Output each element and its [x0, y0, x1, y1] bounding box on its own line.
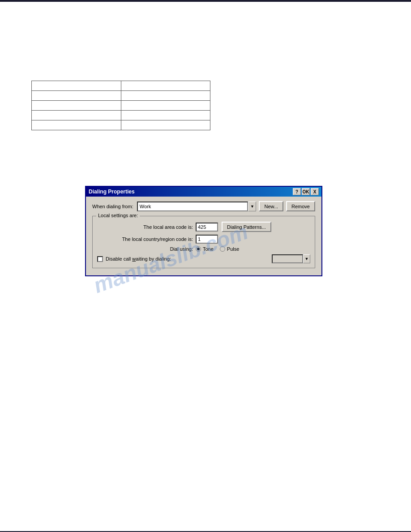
pulse-label: Pulse — [227, 246, 240, 252]
table-row — [32, 101, 210, 111]
table-row — [32, 120, 210, 130]
tone-radio[interactable] — [196, 246, 201, 252]
table-cell — [121, 120, 210, 130]
waiting-select-container: ▼ — [272, 254, 310, 263]
table-cell — [121, 91, 210, 101]
dialing-from-input[interactable]: Work — [137, 202, 248, 211]
waiting-dropdown-arrow[interactable]: ▼ — [303, 254, 310, 263]
dialing-from-row: When dialing from: Work ▼ New... Remove — [92, 201, 315, 211]
dialing-properties-dialog: Dialing Properties ? OK X When dialing f… — [85, 186, 322, 276]
new-button[interactable]: New... — [259, 201, 283, 211]
dialog-title: Dialing Properties — [89, 189, 135, 195]
area-code-label: The local area code is: — [97, 224, 196, 230]
table-row — [32, 111, 210, 120]
disable-waiting-label: Disable call waiting by dialing: — [106, 256, 171, 262]
help-button[interactable]: ? — [293, 188, 301, 195]
disable-waiting-checkbox[interactable] — [97, 256, 103, 262]
close-button[interactable]: X — [311, 188, 319, 195]
dial-using-label: Dial using: — [97, 246, 196, 252]
ok-title-button[interactable]: OK — [302, 188, 310, 195]
table-row — [32, 81, 210, 91]
country-code-row: The local country/region code is: — [97, 235, 310, 244]
dialing-patterns-button[interactable]: Dialing Patterns... — [222, 222, 271, 232]
dial-using-radio-group: Tone Pulse — [196, 246, 239, 252]
dialog-title-buttons: ? OK X — [293, 188, 319, 195]
waiting-select[interactable] — [272, 254, 303, 263]
table-row — [32, 91, 210, 101]
table-cell — [32, 81, 121, 91]
pulse-option[interactable]: Pulse — [220, 246, 240, 252]
page-content — [0, 0, 411, 157]
dialog-area: Dialing Properties ? OK X When dialing f… — [85, 186, 322, 276]
local-settings-group: Local settings are: The local area code … — [92, 216, 315, 268]
table-cell — [32, 120, 121, 130]
country-code-input[interactable] — [196, 235, 218, 244]
remove-button[interactable]: Remove — [286, 201, 315, 211]
dialog-body: When dialing from: Work ▼ New... Remove … — [86, 197, 321, 275]
tone-label: Tone — [203, 246, 214, 252]
table-cell — [32, 101, 121, 111]
dialing-from-dropdown-arrow[interactable]: ▼ — [248, 202, 256, 211]
table-container — [31, 81, 389, 130]
table-cell — [32, 111, 121, 120]
tone-option[interactable]: Tone — [196, 246, 214, 252]
table-cell — [121, 101, 210, 111]
dialing-from-select: Work ▼ — [137, 202, 257, 211]
area-code-input[interactable] — [196, 223, 218, 232]
dial-using-row: Dial using: Tone Pulse — [97, 246, 310, 252]
when-dialing-from-label: When dialing from: — [92, 204, 133, 209]
dialog-titlebar: Dialing Properties ? OK X — [86, 187, 321, 197]
data-table — [31, 81, 210, 130]
disable-waiting-row: Disable call waiting by dialing: ▼ — [97, 254, 310, 263]
country-code-label: The local country/region code is: — [97, 236, 196, 242]
area-code-row: The local area code is: Dialing Patterns… — [97, 222, 310, 232]
table-cell — [121, 111, 210, 120]
table-cell — [121, 81, 210, 91]
table-cell — [32, 91, 121, 101]
pulse-radio[interactable] — [220, 246, 225, 252]
group-legend: Local settings are: — [96, 213, 140, 218]
top-border — [0, 0, 411, 2]
